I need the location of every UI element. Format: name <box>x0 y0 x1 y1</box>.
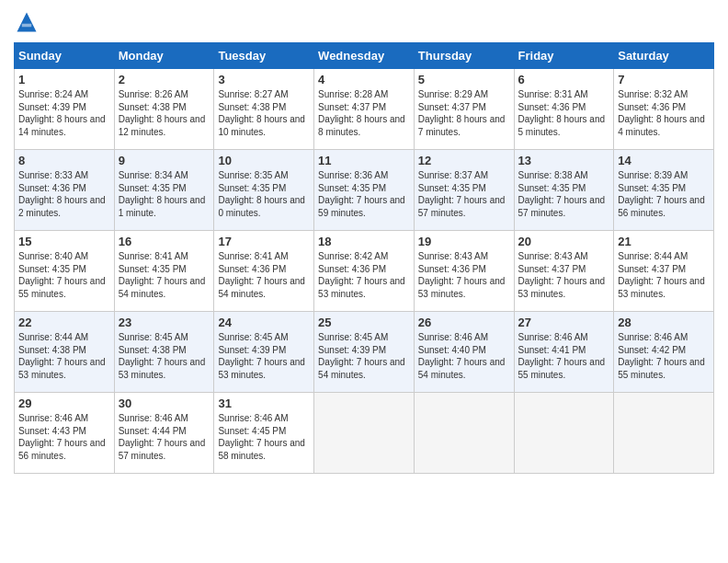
day-number: 20 <box>518 235 610 248</box>
day-info: Sunrise: 8:28 AMSunset: 4:37 PMDaylight:… <box>318 88 410 138</box>
day-info: Sunrise: 8:46 AMSunset: 4:42 PMDaylight:… <box>618 331 710 381</box>
day-info: Sunrise: 8:31 AMSunset: 4:36 PMDaylight:… <box>518 88 610 138</box>
calendar-cell: 14Sunrise: 8:39 AMSunset: 4:35 PMDayligh… <box>614 150 714 231</box>
day-info: Sunrise: 8:24 AMSunset: 4:39 PMDaylight:… <box>18 88 110 138</box>
calendar-week-row: 8Sunrise: 8:33 AMSunset: 4:36 PMDaylight… <box>15 150 714 231</box>
calendar-cell: 1Sunrise: 8:24 AMSunset: 4:39 PMDaylight… <box>15 69 115 150</box>
day-number: 2 <box>119 73 210 86</box>
day-number: 18 <box>318 235 410 248</box>
day-number: 16 <box>119 235 210 248</box>
day-number: 19 <box>418 235 510 248</box>
day-number: 26 <box>418 316 510 329</box>
day-info: Sunrise: 8:45 AMSunset: 4:39 PMDaylight:… <box>218 331 310 381</box>
col-thursday: Thursday <box>414 43 514 69</box>
col-saturday: Saturday <box>614 43 714 69</box>
calendar-cell: 16Sunrise: 8:41 AMSunset: 4:35 PMDayligh… <box>114 231 214 312</box>
logo-icon <box>14 9 40 35</box>
svg-marker-0 <box>17 13 37 32</box>
calendar-table: Sunday Monday Tuesday Wednesday Thursday… <box>14 42 714 474</box>
day-number: 9 <box>119 154 210 167</box>
calendar-cell: 27Sunrise: 8:46 AMSunset: 4:41 PMDayligh… <box>514 312 614 393</box>
calendar-header-row: Sunday Monday Tuesday Wednesday Thursday… <box>15 43 714 69</box>
col-monday: Monday <box>114 43 214 69</box>
day-info: Sunrise: 8:26 AMSunset: 4:38 PMDaylight:… <box>119 88 210 138</box>
calendar-cell: 24Sunrise: 8:45 AMSunset: 4:39 PMDayligh… <box>214 312 314 393</box>
day-number: 3 <box>218 73 310 86</box>
day-info: Sunrise: 8:45 AMSunset: 4:39 PMDaylight:… <box>318 331 410 381</box>
day-info: Sunrise: 8:41 AMSunset: 4:36 PMDaylight:… <box>218 250 310 300</box>
day-info: Sunrise: 8:38 AMSunset: 4:35 PMDaylight:… <box>518 169 610 219</box>
calendar-cell: 26Sunrise: 8:46 AMSunset: 4:40 PMDayligh… <box>414 312 514 393</box>
day-number: 23 <box>119 316 210 329</box>
day-number: 4 <box>318 73 410 86</box>
calendar-cell <box>414 393 514 474</box>
day-info: Sunrise: 8:27 AMSunset: 4:38 PMDaylight:… <box>218 88 310 138</box>
day-info: Sunrise: 8:46 AMSunset: 4:41 PMDaylight:… <box>518 331 610 381</box>
calendar-cell: 8Sunrise: 8:33 AMSunset: 4:36 PMDaylight… <box>15 150 115 231</box>
calendar-week-row: 29Sunrise: 8:46 AMSunset: 4:43 PMDayligh… <box>15 393 714 474</box>
day-info: Sunrise: 8:41 AMSunset: 4:35 PMDaylight:… <box>119 250 210 300</box>
calendar-cell: 5Sunrise: 8:29 AMSunset: 4:37 PMDaylight… <box>414 69 514 150</box>
day-number: 13 <box>518 154 610 167</box>
day-number: 30 <box>119 396 210 410</box>
calendar-cell: 25Sunrise: 8:45 AMSunset: 4:39 PMDayligh… <box>314 312 415 393</box>
calendar-cell: 4Sunrise: 8:28 AMSunset: 4:37 PMDaylight… <box>314 69 415 150</box>
day-info: Sunrise: 8:45 AMSunset: 4:38 PMDaylight:… <box>119 331 210 381</box>
calendar-cell: 2Sunrise: 8:26 AMSunset: 4:38 PMDaylight… <box>114 69 214 150</box>
day-number: 1 <box>18 73 110 86</box>
day-number: 17 <box>218 235 310 248</box>
calendar-cell: 23Sunrise: 8:45 AMSunset: 4:38 PMDayligh… <box>114 312 214 393</box>
calendar-cell: 28Sunrise: 8:46 AMSunset: 4:42 PMDayligh… <box>614 312 714 393</box>
day-info: Sunrise: 8:42 AMSunset: 4:36 PMDaylight:… <box>318 250 410 300</box>
calendar-cell: 19Sunrise: 8:43 AMSunset: 4:36 PMDayligh… <box>414 231 514 312</box>
day-info: Sunrise: 8:39 AMSunset: 4:35 PMDaylight:… <box>618 169 710 219</box>
calendar-week-row: 15Sunrise: 8:40 AMSunset: 4:35 PMDayligh… <box>15 231 714 312</box>
day-number: 11 <box>318 154 410 167</box>
day-info: Sunrise: 8:29 AMSunset: 4:37 PMDaylight:… <box>418 88 510 138</box>
day-info: Sunrise: 8:46 AMSunset: 4:44 PMDaylight:… <box>119 412 210 462</box>
day-number: 10 <box>218 154 310 167</box>
calendar-cell: 21Sunrise: 8:44 AMSunset: 4:37 PMDayligh… <box>614 231 714 312</box>
logo <box>14 9 43 35</box>
day-number: 25 <box>318 316 410 329</box>
calendar-cell <box>614 393 714 474</box>
day-info: Sunrise: 8:37 AMSunset: 4:35 PMDaylight:… <box>418 169 510 219</box>
calendar-cell: 3Sunrise: 8:27 AMSunset: 4:38 PMDaylight… <box>214 69 314 150</box>
calendar-cell: 20Sunrise: 8:43 AMSunset: 4:37 PMDayligh… <box>514 231 614 312</box>
calendar-cell: 6Sunrise: 8:31 AMSunset: 4:36 PMDaylight… <box>514 69 614 150</box>
day-number: 24 <box>218 316 310 329</box>
day-number: 29 <box>18 396 110 410</box>
day-info: Sunrise: 8:33 AMSunset: 4:36 PMDaylight:… <box>18 169 110 219</box>
calendar-cell <box>514 393 614 474</box>
calendar-cell: 15Sunrise: 8:40 AMSunset: 4:35 PMDayligh… <box>15 231 115 312</box>
day-info: Sunrise: 8:36 AMSunset: 4:35 PMDaylight:… <box>318 169 410 219</box>
day-number: 31 <box>218 396 310 410</box>
day-number: 22 <box>18 316 110 329</box>
day-number: 6 <box>518 73 610 86</box>
calendar-cell: 31Sunrise: 8:46 AMSunset: 4:45 PMDayligh… <box>214 393 314 474</box>
col-sunday: Sunday <box>15 43 115 69</box>
day-number: 15 <box>18 235 110 248</box>
day-number: 27 <box>518 316 610 329</box>
day-number: 7 <box>618 73 710 86</box>
calendar-cell <box>314 393 415 474</box>
day-number: 28 <box>618 316 710 329</box>
day-info: Sunrise: 8:43 AMSunset: 4:36 PMDaylight:… <box>418 250 510 300</box>
day-info: Sunrise: 8:43 AMSunset: 4:37 PMDaylight:… <box>518 250 610 300</box>
day-info: Sunrise: 8:40 AMSunset: 4:35 PMDaylight:… <box>18 250 110 300</box>
calendar-cell: 7Sunrise: 8:32 AMSunset: 4:36 PMDaylight… <box>614 69 714 150</box>
day-info: Sunrise: 8:32 AMSunset: 4:36 PMDaylight:… <box>618 88 710 138</box>
col-tuesday: Tuesday <box>214 43 314 69</box>
page-container: Sunday Monday Tuesday Wednesday Thursday… <box>0 0 728 483</box>
day-number: 8 <box>18 154 110 167</box>
day-number: 5 <box>418 73 510 86</box>
svg-rect-1 <box>22 24 32 28</box>
calendar-cell: 9Sunrise: 8:34 AMSunset: 4:35 PMDaylight… <box>114 150 214 231</box>
calendar-cell: 17Sunrise: 8:41 AMSunset: 4:36 PMDayligh… <box>214 231 314 312</box>
day-info: Sunrise: 8:44 AMSunset: 4:38 PMDaylight:… <box>18 331 110 381</box>
day-info: Sunrise: 8:44 AMSunset: 4:37 PMDaylight:… <box>618 250 710 300</box>
day-info: Sunrise: 8:35 AMSunset: 4:35 PMDaylight:… <box>218 169 310 219</box>
calendar-cell: 22Sunrise: 8:44 AMSunset: 4:38 PMDayligh… <box>15 312 115 393</box>
calendar-cell: 10Sunrise: 8:35 AMSunset: 4:35 PMDayligh… <box>214 150 314 231</box>
calendar-cell: 18Sunrise: 8:42 AMSunset: 4:36 PMDayligh… <box>314 231 415 312</box>
